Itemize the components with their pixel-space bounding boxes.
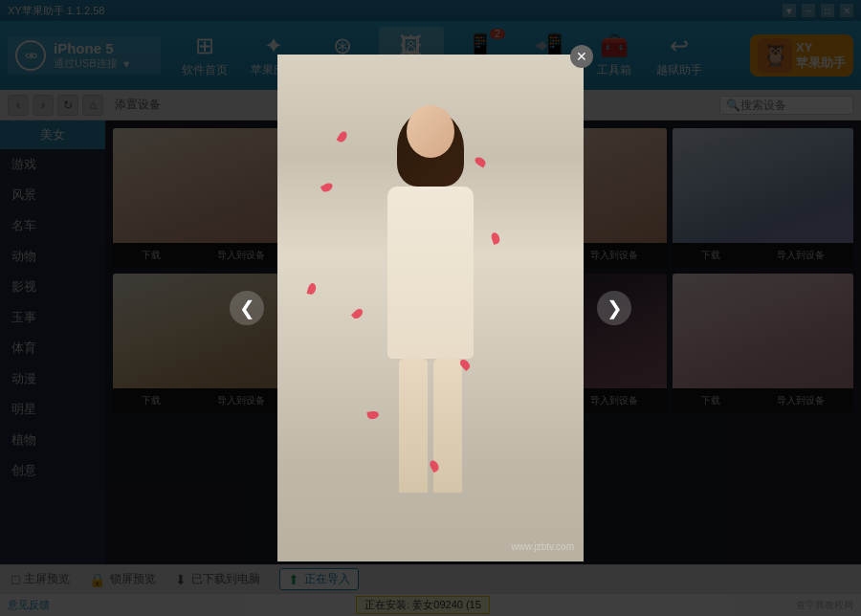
modal-close-button[interactable]: ✕: [570, 45, 593, 68]
figure: [368, 105, 493, 507]
petal-1: [337, 129, 349, 143]
modal-next-button[interactable]: ❯: [597, 291, 631, 325]
watermark: www.jzbtv.com: [512, 541, 574, 552]
modal-container: ✕ ❮ ❯: [277, 55, 584, 561]
body: [387, 187, 474, 359]
modal-wallpaper-image: www.jzbtv.com: [277, 55, 584, 561]
legs: [368, 359, 493, 493]
modal-overlay[interactable]: ✕ ❮ ❯: [0, 0, 861, 616]
petal-4: [351, 307, 364, 320]
petal-2: [320, 181, 334, 193]
modal-prev-button[interactable]: ❮: [230, 291, 264, 325]
petal-8: [307, 282, 318, 296]
head: [407, 105, 454, 158]
modal-image-content: www.jzbtv.com: [277, 55, 584, 561]
